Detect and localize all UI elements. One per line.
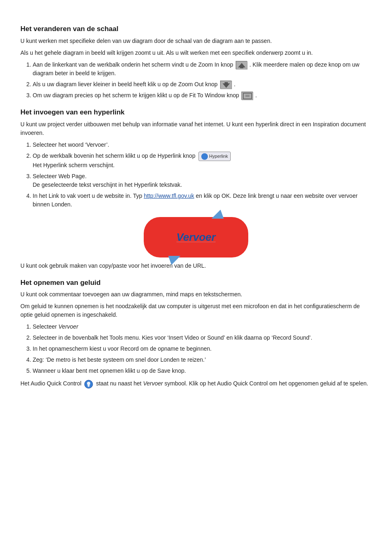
schaal-step-2-text-b: .	[234, 81, 236, 87]
hyperlink-step-4-text-a: In het Link to vak voert u de website in…	[33, 193, 144, 199]
svg-rect-14	[88, 386, 90, 387]
geluid-step-1: Selecteer Vervoer	[33, 322, 372, 331]
geluid-step-5: Wanneer u klaar bent met opnemen klikt u…	[33, 367, 372, 375]
geluid-step-5-text: Wanneer u klaar bent met opnemen klikt u…	[33, 367, 186, 374]
schaal-step-3-text-b: .	[255, 92, 257, 99]
hyperlink-step-3-text-b: De geselecteerde tekst verschijnt in het…	[33, 181, 182, 188]
svg-rect-12	[87, 385, 90, 386]
svg-rect-2	[240, 67, 243, 68]
geluid-footer-text-1: Het Audio Quick Control	[20, 380, 81, 387]
geluid-intro: U kunt ook commentaar toevoegen aan uw d…	[20, 290, 372, 299]
geluid-step-2-text: Selecteer in de bovenbalk het Tools menu…	[33, 334, 312, 341]
vervoer-italic: Vervoer	[58, 323, 78, 330]
schaal-step-1-text-a: Aan de linkerkant van de werkbalk onderi…	[33, 61, 235, 68]
copy-paste-note: U kunt ook gebruik maken van copy/paste …	[20, 262, 372, 270]
section-heading-schaal: Het veranderen van de schaal	[20, 24, 372, 34]
section-heading-hyperlink: Het invoegen van een hyperlink	[20, 107, 372, 118]
audio-quick-control-icon	[84, 380, 93, 389]
geluid-step-3-text: In het opnamescherm kiest u voor Record …	[33, 345, 212, 352]
hyperlink-step-1-text: Selecteer het woord ‘Vervoer’.	[33, 141, 109, 148]
hyperlink-step-2: Op de werkbalk bovenin het scherm klikt …	[33, 152, 372, 170]
schaal-step-3-text-a: Om uw diagram precies op het scherm te k…	[33, 92, 241, 99]
geluid-step-4: Zeg: ‘De metro is het beste systeem om s…	[33, 356, 372, 364]
schaal-step-2-text-a: Als u uw diagram liever kleiner in beeld…	[33, 81, 219, 87]
section-heading-geluid: Het opnemen van geluid	[20, 278, 372, 288]
schaal-para-1: U kunt werken met specifieke delen van u…	[20, 37, 372, 45]
zoom-out-icon	[220, 81, 232, 89]
geluid-footer: Het Audio Quick Control staat nu naast h…	[20, 379, 372, 388]
zoom-in-icon	[236, 61, 247, 69]
schaal-step-2: Als u uw diagram liever kleiner in beeld…	[33, 80, 372, 89]
geluid-para1: Om geluid te kunnen opnemen is het noodz…	[20, 302, 372, 319]
hyperlink-step-2-text-a: Op de werkbalk bovenin het scherm klikt …	[33, 152, 197, 159]
globe-icon	[201, 153, 208, 160]
geluid-step-2: Selecteer in de bovenbalk het Tools menu…	[33, 334, 372, 342]
svg-rect-13	[88, 385, 89, 386]
hyperlink-step-3: Selecteer Web Page. De geselecteerde tek…	[33, 172, 372, 189]
hyperlink-step-3-text-a: Selecteer Web Page.	[33, 173, 87, 179]
vervoer-diagram: Vervoer	[20, 217, 372, 257]
svg-point-11	[87, 382, 90, 385]
schaal-step-1: Aan de linkerkant van de werkbalk onderi…	[33, 60, 372, 78]
vervoer-shape: Vervoer	[144, 217, 248, 257]
fit-to-window-icon	[241, 92, 253, 100]
schaal-para-2: Als u het gehele diagram in beeld wilt k…	[20, 49, 372, 57]
tfl-url-link[interactable]: http://www.tfl.gov.uk	[144, 193, 194, 199]
geluid-step-4-text: Zeg: ‘De metro is het beste systeem om s…	[33, 356, 206, 363]
hyperlink-button-icon: Hyperlink	[198, 152, 231, 161]
vervoer-label: Vervoer	[176, 231, 216, 243]
geluid-footer-text-3: symbool. Klik op het Audio Quick Control…	[163, 380, 368, 387]
svg-rect-5	[225, 82, 228, 83]
hyperlink-step-2-text-b: Het Hyperlink scherm verschijnt.	[33, 162, 115, 168]
hyperlink-para-1: U kunt uw project verder uitbouwen met b…	[20, 120, 372, 137]
hyperlink-step-4: In het Link to vak voert u de website in…	[33, 192, 372, 209]
geluid-footer-text-2: staat nu naast het	[96, 380, 143, 387]
hyperlink-step-1: Selecteer het woord ‘Vervoer’.	[33, 141, 372, 149]
geluid-step-1-text: Selecteer Vervoer	[33, 323, 78, 330]
geluid-step-3: In het opnamescherm kiest u voor Record …	[33, 345, 372, 353]
vervoer-footer-italic: Vervoer	[143, 380, 163, 387]
schaal-step-3: Om uw diagram precies op het scherm te k…	[33, 91, 372, 100]
